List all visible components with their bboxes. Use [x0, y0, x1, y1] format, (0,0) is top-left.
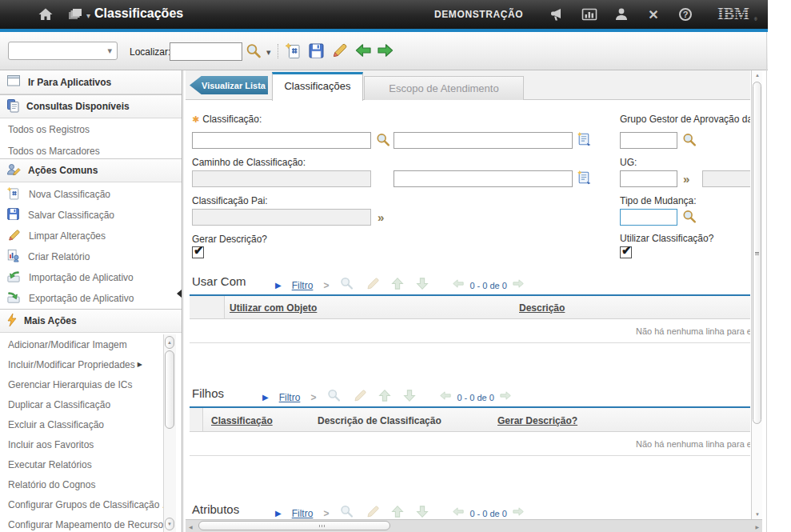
prev-page-icon[interactable]: [438, 390, 452, 405]
filter-expand-icon[interactable]: ▶: [275, 509, 282, 518]
prev-page-icon[interactable]: [451, 506, 465, 519]
sign-out-icon[interactable]: ✕: [645, 7, 662, 22]
sidebar-item-executar-relatorios[interactable]: Executar Relatórios: [0, 454, 160, 474]
apps-menu-caret-icon[interactable]: ▾: [86, 11, 90, 20]
previous-record-icon[interactable]: [354, 42, 372, 62]
move-up-icon[interactable]: [390, 505, 405, 519]
long-description-icon[interactable]: [577, 131, 592, 150]
query-select[interactable]: ▾: [8, 42, 118, 60]
sidebar-scrollbar[interactable]: ▲ ▼: [163, 334, 176, 532]
clear-changes-icon[interactable]: [330, 42, 348, 62]
gerar-descricao-checkbox[interactable]: ✔: [192, 246, 204, 258]
sidebar-section-queries[interactable]: Consultas Disponíveis: [0, 94, 182, 118]
sidebar-section-more-actions[interactable]: Mais Ações: [0, 309, 182, 333]
sidebar-item-configurar-grupos[interactable]: Configurar Grupos de Classificação ...: [0, 494, 160, 514]
sidebar-item-salvar-classificacao[interactable]: Salvar Classificação: [0, 205, 182, 226]
move-down-icon[interactable]: [415, 505, 429, 519]
classificacao-input[interactable]: [192, 132, 371, 149]
tipo-mudanca-search-icon[interactable]: [681, 209, 697, 228]
filter-expand-icon[interactable]: ▶: [275, 281, 282, 290]
sidebar-item-nova-classificacao[interactable]: Nova Classificação: [0, 184, 182, 205]
sidebar-item-configurar-mapeamento[interactable]: Configurar Mapeamento de Recurso...: [0, 514, 160, 532]
sidebar-scroll-thumb[interactable]: [165, 350, 174, 429]
grupo-gestor-input[interactable]: [620, 132, 677, 149]
usar-com-col-descricao[interactable]: Descrição: [519, 302, 565, 314]
move-down-icon[interactable]: [415, 277, 429, 294]
vertical-scroll-thumb[interactable]: [753, 82, 761, 424]
sidebar-item-gerenciar-hierarquias[interactable]: Gerenciar Hierarquias de ICs: [0, 374, 160, 394]
usar-com-col-objeto[interactable]: Utilizar com Objeto: [230, 302, 317, 314]
detail-menu-icon[interactable]: »: [378, 211, 383, 223]
tipo-mudanca-input[interactable]: [620, 209, 677, 226]
main-horizontal-scrollbar[interactable]: ◀ ▶: [186, 519, 762, 532]
profile-icon[interactable]: [613, 7, 630, 22]
help-icon[interactable]: ?: [677, 7, 694, 22]
go-to-apps-menu-icon[interactable]: [67, 7, 85, 22]
classificacao-search-icon[interactable]: [375, 132, 391, 151]
grupo-gestor-search-icon[interactable]: [681, 132, 697, 151]
sidebar-item-incluir-favoritos[interactable]: Incluir aos Favoritos: [0, 434, 160, 454]
scroll-down-icon[interactable]: ▼: [165, 518, 174, 530]
query-select-caret-icon[interactable]: ▾: [107, 46, 112, 56]
utilizar-classificacao-checkbox[interactable]: ✔: [620, 246, 632, 258]
edit-rows-icon[interactable]: [365, 277, 380, 294]
scroll-right-icon[interactable]: ▶: [755, 524, 759, 530]
next-record-icon[interactable]: [377, 42, 394, 62]
filhos-col-classificacao[interactable]: Classificação: [211, 415, 273, 426]
move-up-icon[interactable]: [378, 389, 392, 406]
search-rows-icon[interactable]: [339, 276, 354, 294]
edit-rows-icon[interactable]: [365, 505, 380, 519]
next-page-icon[interactable]: [512, 506, 525, 519]
tab-escopo-atendimento[interactable]: Escopo de Atendimento: [364, 76, 524, 100]
ug-input[interactable]: [620, 170, 677, 187]
search-icon[interactable]: [245, 42, 262, 63]
caminho-descricao-input[interactable]: [394, 170, 573, 187]
reports-icon[interactable]: [581, 7, 598, 22]
move-down-icon[interactable]: [402, 389, 417, 406]
bulletins-icon[interactable]: [549, 7, 566, 22]
scroll-left-icon[interactable]: ◀: [189, 524, 193, 530]
search-rows-icon[interactable]: [326, 388, 342, 406]
move-up-icon[interactable]: [390, 277, 405, 294]
sidebar-item-incluir-propriedades[interactable]: Incluir/Modificar Propriedades ▶: [0, 354, 160, 374]
search-rows-icon[interactable]: [339, 504, 354, 519]
sidebar-item-limpar-alteracoes[interactable]: Limpar Alterações: [0, 226, 182, 246]
common-actions-icon: [6, 162, 22, 178]
sidebar-section-common-actions[interactable]: Ações Comuns: [0, 158, 182, 182]
sidebar-item-todos-registros[interactable]: Todos os Registros: [0, 119, 160, 140]
filter-expand-icon[interactable]: ▶: [262, 393, 269, 402]
long-description-icon[interactable]: [577, 170, 592, 189]
view-list-button[interactable]: Visualizar Lista: [190, 76, 268, 94]
search-options-caret-icon[interactable]: ▾: [266, 47, 271, 58]
sidebar-item-duplicar-classificacao[interactable]: Duplicar a Classificação: [0, 394, 160, 414]
save-icon[interactable]: [308, 42, 325, 62]
horizontal-scroll-thumb[interactable]: [198, 521, 390, 530]
sidebar-item-relatorio-cognos[interactable]: Relatório do Cognos: [0, 474, 160, 494]
sidebar-item-criar-relatorio[interactable]: Criar Relatório: [0, 246, 182, 267]
atributos-filter-link[interactable]: Filtro: [292, 508, 314, 519]
check-icon: ✔: [621, 243, 632, 258]
main-vertical-scrollbar[interactable]: ▲ ▼: [751, 70, 762, 519]
filhos-filter-link[interactable]: Filtro: [279, 392, 301, 403]
edit-rows-icon[interactable]: [352, 389, 367, 406]
sidebar-item-importacao-aplicativo[interactable]: Importação de Aplicativo: [0, 267, 182, 288]
classificacao-descricao-input[interactable]: [394, 132, 573, 149]
scroll-up-icon[interactable]: ▲: [165, 336, 174, 349]
search-input[interactable]: [170, 42, 242, 61]
scroll-up-icon[interactable]: ▲: [755, 73, 760, 78]
home-icon[interactable]: [37, 7, 54, 22]
next-page-icon[interactable]: [499, 390, 513, 405]
filhos-col-gerar-descricao[interactable]: Gerar Descrição?: [497, 415, 577, 426]
prev-page-icon[interactable]: [451, 278, 465, 293]
sidebar-item-exportacao-aplicativo[interactable]: Exportação de Aplicativo: [0, 288, 182, 309]
sidebar-item-adicionar-imagem[interactable]: Adicionar/Modificar Imagem: [0, 334, 160, 354]
usar-com-filter-link[interactable]: Filtro: [292, 280, 314, 291]
scroll-down-icon[interactable]: ▼: [755, 512, 760, 517]
sidebar-collapse-handle[interactable]: [177, 290, 182, 298]
sidebar-item-excluir-classificacao[interactable]: Excluir a Classificação: [0, 414, 160, 434]
new-record-icon[interactable]: [285, 42, 302, 63]
sidebar-item-go-to-apps[interactable]: Ir Para Aplicativos: [0, 70, 182, 94]
tab-classificacoes[interactable]: Classificações: [272, 72, 363, 101]
ug-detail-menu-icon[interactable]: »: [683, 173, 689, 185]
next-page-icon[interactable]: [512, 278, 525, 293]
